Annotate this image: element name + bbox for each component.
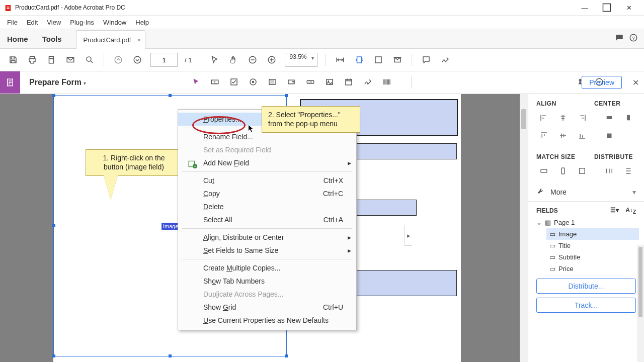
- email-icon[interactable]: [64, 54, 76, 66]
- tree-field-title[interactable]: ▭Title: [546, 240, 639, 251]
- tree-field-subtitle[interactable]: ▭Subtitle: [546, 251, 639, 263]
- menu-edit[interactable]: Edit: [23, 17, 42, 28]
- page-number-input[interactable]: [150, 53, 178, 67]
- center-both-icon[interactable]: [602, 129, 617, 142]
- minimize-button[interactable]: —: [574, 0, 596, 15]
- pointer-icon[interactable]: [208, 54, 220, 66]
- print-icon[interactable]: [26, 54, 38, 66]
- svg-point-5: [115, 56, 122, 63]
- menu-plugins[interactable]: Plug-Ins: [66, 17, 98, 28]
- tab-tools[interactable]: Tools: [35, 30, 69, 48]
- more-options[interactable]: More▾: [536, 187, 636, 197]
- select-tool-icon[interactable]: [191, 77, 200, 88]
- canvas-scrollbar[interactable]: [520, 94, 528, 362]
- menubar: File Edit View Plug-Ins Window Help: [0, 16, 644, 29]
- listbox-tool-icon[interactable]: [268, 77, 277, 88]
- radio-tool-icon[interactable]: [249, 77, 258, 88]
- match-width-icon[interactable]: [536, 164, 551, 177]
- fit-width-icon[interactable]: [334, 54, 346, 66]
- read-mode-icon[interactable]: [391, 54, 404, 66]
- distribute-button[interactable]: Distribute...: [536, 279, 636, 294]
- dist-h-icon[interactable]: [602, 164, 617, 177]
- save-icon[interactable]: [7, 54, 19, 66]
- menu-window[interactable]: Window: [99, 17, 130, 28]
- button-tool-icon[interactable]: OK: [306, 77, 315, 88]
- date-tool-icon[interactable]: [344, 77, 353, 88]
- checkbox-tool-icon[interactable]: [229, 77, 238, 88]
- textfield-tool-icon[interactable]: T|: [210, 77, 219, 88]
- match-height-icon[interactable]: [555, 164, 571, 177]
- side-scrollbar[interactable]: [637, 245, 644, 362]
- close-button[interactable]: ✕: [618, 0, 640, 15]
- tree-field-image[interactable]: ▭Image: [546, 228, 639, 240]
- dist-v-icon[interactable]: [621, 164, 636, 177]
- image-tool-icon[interactable]: [325, 77, 334, 88]
- ctx-delete[interactable]: Delete: [178, 200, 356, 213]
- sort-az-icon[interactable]: A↓Z: [625, 207, 636, 214]
- acrobat-icon: [4, 4, 12, 12]
- help-icon[interactable]: ?: [629, 33, 638, 44]
- svg-rect-30: [627, 115, 630, 121]
- svg-text:OK: OK: [308, 80, 312, 83]
- signature-tool-icon[interactable]: [363, 77, 372, 88]
- menu-help[interactable]: Help: [131, 17, 153, 28]
- fields-tree: ⌄▥Page 1 ▭Image ▭Title ▭Subtitle ▭Price: [533, 217, 639, 275]
- align-right-icon[interactable]: [575, 111, 590, 124]
- ctx-multiple-copies[interactable]: Create Multiple Copies...: [178, 261, 356, 275]
- tree-field-price[interactable]: ▭Price: [546, 263, 639, 275]
- dropdown-tool-icon[interactable]: [287, 77, 296, 88]
- align-vcenter-icon[interactable]: [555, 129, 571, 142]
- instruction-callout-2: 2. Select "Properties..."from the pop-up…: [262, 106, 360, 133]
- document-canvas[interactable]: Image 1. Right-click on thebutton (image…: [0, 94, 528, 362]
- ctx-tab-numbers[interactable]: Show Tab Numbers: [178, 275, 356, 288]
- close-tab-icon[interactable]: ×: [137, 36, 141, 44]
- close-panel-icon[interactable]: ✕: [632, 78, 639, 87]
- comment-icon[interactable]: [420, 54, 432, 66]
- ctx-use-defaults[interactable]: Use Current Properties as New Defaults: [178, 314, 356, 327]
- menu-file[interactable]: File: [3, 17, 22, 28]
- prepare-form-title[interactable]: Prepare Form: [29, 78, 86, 87]
- tree-page-node[interactable]: ⌄▥Page 1: [533, 217, 639, 228]
- svg-rect-24: [346, 79, 352, 84]
- zoom-out-icon[interactable]: [247, 54, 259, 66]
- ctx-add-field[interactable]: Add New Field▸: [178, 156, 356, 169]
- search-icon[interactable]: [84, 54, 96, 66]
- ctx-show-grid[interactable]: Show GridCtrl+U: [178, 301, 356, 314]
- ctx-cut[interactable]: CutCtrl+X: [178, 174, 356, 187]
- instruction-callout-1: 1. Right-click on thebutton (image field…: [86, 149, 182, 176]
- page-down-icon[interactable]: [131, 54, 143, 66]
- tab-document[interactable]: ProductCard.pdf ×: [76, 30, 146, 49]
- collapse-side-panel[interactable]: ▸: [405, 225, 412, 246]
- ctx-same-size[interactable]: Set Fields to Same Size▸: [178, 244, 356, 257]
- tab-home[interactable]: Home: [0, 30, 35, 48]
- fit-page-icon[interactable]: [353, 54, 365, 66]
- sort-icon[interactable]: ☰▾: [610, 207, 619, 214]
- preview-button[interactable]: Preview: [582, 76, 622, 89]
- zoom-in-icon[interactable]: [266, 54, 278, 66]
- svg-rect-29: [607, 116, 612, 119]
- align-left-icon[interactable]: [536, 111, 551, 124]
- center-v-icon[interactable]: [621, 111, 636, 124]
- align-hcenter-icon[interactable]: [555, 111, 571, 124]
- align-top-icon[interactable]: [536, 129, 551, 142]
- view-mode-icon[interactable]: [372, 54, 384, 66]
- menu-view[interactable]: View: [43, 17, 65, 28]
- ctx-copy[interactable]: CopyCtrl+C: [178, 187, 356, 200]
- maximize-button[interactable]: [596, 0, 618, 15]
- center-h-icon[interactable]: [602, 111, 617, 124]
- chat-icon[interactable]: [615, 33, 624, 44]
- sign-icon[interactable]: [439, 54, 451, 66]
- match-both-icon[interactable]: [575, 164, 590, 177]
- barcode-tool-icon[interactable]: [382, 77, 391, 88]
- prepare-form-icon[interactable]: [0, 71, 20, 94]
- share-icon[interactable]: [45, 54, 57, 66]
- track-button[interactable]: Track...: [536, 298, 636, 313]
- text-field-icon: ▭: [549, 253, 555, 261]
- zoom-select[interactable]: 93.5%: [285, 53, 317, 67]
- align-bottom-icon[interactable]: [575, 129, 590, 142]
- ctx-select-all[interactable]: Select AllCtrl+A: [178, 213, 356, 226]
- prepare-form-bar: Prepare Form T| OK ? Preview ✕: [0, 71, 644, 94]
- page-up-icon[interactable]: [112, 54, 124, 66]
- ctx-align[interactable]: Align, Distribute or Center▸: [178, 231, 356, 244]
- hand-icon[interactable]: [227, 54, 239, 66]
